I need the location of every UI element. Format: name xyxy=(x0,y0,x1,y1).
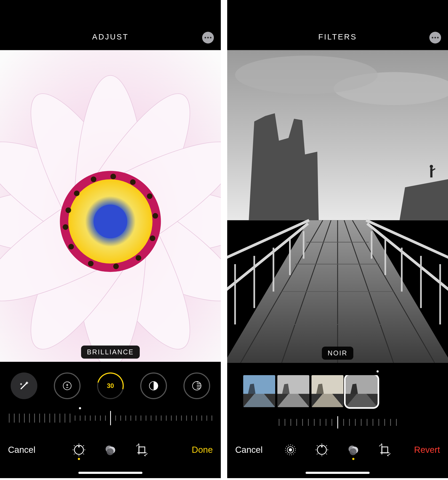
svg-point-103 xyxy=(350,448,357,455)
svg-line-98 xyxy=(317,454,318,454)
page-title: FILTERS xyxy=(318,33,357,41)
page-title: ADJUST xyxy=(92,33,129,41)
svg-point-21 xyxy=(88,261,94,266)
filters-circles-icon xyxy=(104,444,117,456)
svg-marker-85 xyxy=(311,394,343,407)
brilliance-value: 30 xyxy=(107,382,114,390)
tab-live-photo[interactable] xyxy=(284,443,297,456)
revert-button[interactable]: Revert xyxy=(400,445,440,455)
adjust-dial-icon xyxy=(316,444,328,456)
svg-rect-49 xyxy=(139,447,145,453)
svg-line-43 xyxy=(74,454,75,454)
svg-line-94 xyxy=(326,445,327,446)
home-indicator[interactable] xyxy=(306,472,370,474)
slider-ticks xyxy=(0,414,221,425)
svg-point-20 xyxy=(113,264,119,269)
brilliance-dial[interactable]: 30 xyxy=(97,372,124,399)
ellipsis-icon xyxy=(432,37,433,38)
svg-point-48 xyxy=(107,448,114,455)
photo-content xyxy=(0,50,221,362)
crop-rotate-icon xyxy=(379,444,391,456)
more-button[interactable] xyxy=(202,32,214,43)
more-button[interactable] xyxy=(429,32,441,43)
filter-thumb-mono[interactable] xyxy=(277,375,309,407)
slider-thumb[interactable] xyxy=(110,411,111,425)
photo-preview[interactable]: NOIR xyxy=(227,50,448,363)
svg-point-30 xyxy=(193,382,201,390)
cancel-button[interactable]: Cancel xyxy=(8,445,48,455)
svg-rect-82 xyxy=(277,375,309,394)
live-photo-icon xyxy=(285,444,296,456)
auto-enhance-dial[interactable] xyxy=(11,372,37,399)
svg-line-45 xyxy=(74,445,75,446)
svg-marker-107 xyxy=(381,443,382,445)
svg-point-18 xyxy=(150,235,155,241)
tab-crop[interactable] xyxy=(135,443,148,456)
striped-half-icon xyxy=(191,380,202,391)
filter-thumbnails[interactable] xyxy=(227,375,448,411)
svg-line-24 xyxy=(21,383,27,389)
adjustment-dial-row[interactable]: 30 xyxy=(3,372,218,399)
exposure-dial[interactable] xyxy=(54,372,81,399)
filter-thumb-silvertone[interactable] xyxy=(311,375,343,407)
slider-thumb[interactable] xyxy=(337,416,338,429)
filter-controls xyxy=(227,363,448,431)
done-button[interactable]: Done xyxy=(173,445,213,455)
plus-minus-icon xyxy=(63,381,72,390)
svg-marker-81 xyxy=(243,394,275,407)
svg-rect-57 xyxy=(430,168,432,177)
adjustment-label-badge: BRILLIANCE xyxy=(81,346,140,359)
highlights-dial[interactable] xyxy=(140,372,167,399)
tab-filters[interactable] xyxy=(104,443,117,456)
tab-filters[interactable] xyxy=(347,443,360,456)
adjust-dial-icon xyxy=(73,444,85,456)
svg-point-56 xyxy=(235,56,378,94)
tab-adjust[interactable] xyxy=(73,443,85,456)
svg-line-100 xyxy=(317,445,318,446)
svg-line-96 xyxy=(326,454,327,454)
svg-point-19 xyxy=(136,255,141,261)
filter-thumb-dramatic-cool[interactable] xyxy=(243,375,275,407)
tab-adjust[interactable] xyxy=(315,443,328,456)
svg-point-23 xyxy=(63,224,68,230)
phone-filters: FILTERS xyxy=(227,0,448,478)
crop-rotate-icon xyxy=(136,444,148,456)
svg-rect-86 xyxy=(346,375,378,394)
svg-point-37 xyxy=(78,446,80,447)
svg-point-58 xyxy=(430,165,433,168)
photo-content xyxy=(227,50,448,363)
slider-origin-dot xyxy=(79,407,81,409)
svg-point-14 xyxy=(110,174,116,179)
svg-point-88 xyxy=(289,448,292,451)
header: FILTERS xyxy=(227,0,448,50)
svg-point-17 xyxy=(153,213,158,219)
home-indicator[interactable] xyxy=(78,472,142,474)
svg-marker-83 xyxy=(277,394,309,407)
ellipsis-icon xyxy=(205,37,206,38)
svg-point-10 xyxy=(94,205,127,238)
svg-point-12 xyxy=(74,191,79,196)
svg-marker-52 xyxy=(138,443,139,445)
tab-crop[interactable] xyxy=(378,443,391,456)
half-circle-icon xyxy=(148,380,159,391)
filter-thumb-noir[interactable] xyxy=(346,375,378,407)
svg-point-13 xyxy=(91,177,96,182)
shadows-dial[interactable] xyxy=(183,372,210,399)
svg-marker-108 xyxy=(387,454,388,457)
svg-line-41 xyxy=(83,454,84,454)
adjustment-slider[interactable] xyxy=(0,407,221,431)
svg-point-16 xyxy=(147,193,153,199)
header: ADJUST xyxy=(0,0,221,50)
cancel-button[interactable]: Cancel xyxy=(235,445,275,455)
svg-point-92 xyxy=(321,446,323,447)
svg-point-15 xyxy=(130,179,136,185)
wand-icon xyxy=(18,380,30,392)
svg-point-22 xyxy=(68,244,74,249)
filter-label-badge: NOIR xyxy=(322,347,354,360)
svg-marker-53 xyxy=(144,454,145,457)
photo-preview[interactable]: BRILLIANCE xyxy=(0,50,221,362)
svg-rect-104 xyxy=(382,447,388,453)
svg-point-11 xyxy=(66,207,71,213)
svg-marker-87 xyxy=(346,394,378,407)
filter-intensity-slider[interactable] xyxy=(227,419,448,431)
